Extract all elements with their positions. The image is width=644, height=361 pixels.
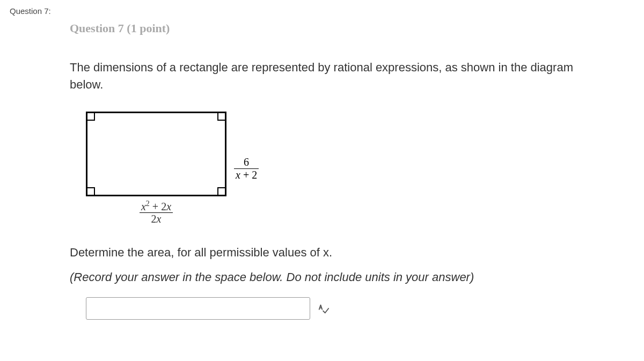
rectangle-diagram: x2 + 2x 2x 6 x + 2 — [86, 112, 585, 226]
note-text: (Record your answer in the space below. … — [70, 270, 585, 284]
spellcheck-icon[interactable] — [318, 303, 330, 314]
question-number-label: Question 7: — [10, 6, 51, 16]
corner-marker-br — [217, 187, 226, 196]
corner-marker-tr — [217, 112, 226, 121]
instruction-text: Determine the area, for all permissible … — [70, 246, 585, 260]
corner-marker-bl — [86, 187, 95, 196]
prompt-text: The dimensions of a rectangle are repres… — [70, 59, 585, 93]
rectangle-shape — [86, 112, 226, 196]
answer-row — [86, 297, 585, 320]
width-label: x2 + 2x 2x — [140, 200, 173, 226]
answer-input[interactable] — [86, 297, 310, 320]
corner-marker-tl — [86, 112, 95, 121]
cutoff-header: Question 7 (1 point) — [70, 21, 170, 35]
height-label: 6 x + 2 — [234, 156, 259, 181]
question-content: The dimensions of a rectangle are repres… — [70, 59, 585, 320]
